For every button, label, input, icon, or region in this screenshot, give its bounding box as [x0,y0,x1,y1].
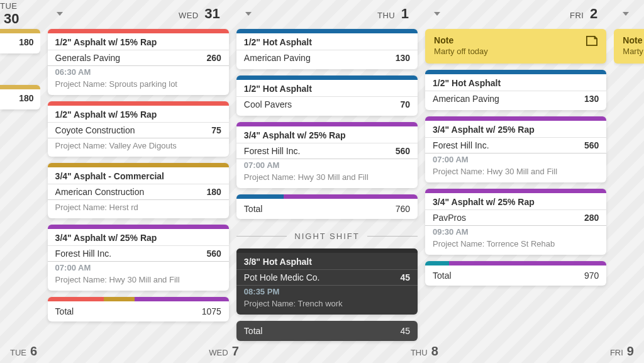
day-number: 1 [401,6,409,21]
job-product: 1/2" Hot Asphalt [236,33,418,50]
note-icon [585,35,599,47]
note-body: Marty o [623,47,641,56]
total-label: Total [244,204,263,214]
day-label: WED [179,11,199,20]
total-label: Total [244,326,263,336]
job-product: 3/4" Asphalt w/ 25% Rap [425,193,606,210]
job-card-partial[interactable]: 180 [0,85,40,109]
day-label: THU [377,11,395,20]
chevron-down-icon[interactable] [623,12,629,16]
job-card[interactable]: 3/4" Asphalt - Commercial American Const… [48,163,229,218]
day-column-sat: Note Marty o [614,0,644,363]
day-label: TUE [0,1,18,11]
note-title: Note [434,35,597,45]
night-total-card[interactable]: Total45 [236,321,418,341]
job-product: 1/2" Asphalt w/ 15% Rap [48,33,229,50]
shift-divider: NIGHT SHIFT [236,232,418,241]
job-product: 3/4" Asphalt w/ 25% Rap [236,126,418,143]
job-qty: 130 [584,94,599,104]
note-title: Note [623,35,641,45]
job-card[interactable]: 1/2" Asphalt w/ 15% Rap Generals Paving2… [48,29,229,95]
job-project: Project Name: Herst rd [48,200,229,218]
chevron-down-icon[interactable] [57,12,63,16]
job-company: Forest Hill Inc. [433,140,489,150]
job-card[interactable]: 1/2" Hot Asphalt American Paving130 [425,70,606,110]
job-product: 1/2" Asphalt w/ 15% Rap [48,106,229,123]
job-company: American Paving [433,94,499,104]
job-company: Generals Paving [55,53,121,63]
day-header[interactable]: WED 31 [48,0,229,28]
day-header[interactable]: FRI 2 [425,0,606,28]
job-card[interactable]: 3/4" Asphalt w/ 25% Rap Forest Hill Inc.… [236,122,418,188]
day-number: 30 [4,11,19,26]
job-qty: 560 [206,249,221,259]
total-label: Total [55,306,74,316]
job-time: 07:00 AM [425,154,606,164]
chevron-down-icon[interactable] [245,12,252,16]
job-qty: 180 [0,89,40,109]
job-project: Project Name: Hwy 30 Mill and Fill [425,164,606,182]
job-qty: 75 [211,125,221,135]
day-total-card[interactable]: Total760 [236,194,418,219]
job-product: 3/4" Asphalt w/ 25% Rap [425,121,606,138]
job-qty: 130 [396,53,410,63]
job-product: 1/2" Hot Asphalt [236,80,418,97]
day-total-card[interactable]: Total1075 [48,297,229,321]
note-card[interactable]: Note Marty o [614,29,644,64]
job-project: Project Name: Hwy 30 Mill and Fill [48,272,229,291]
day-column-tue: TUE 30 180 180 [0,0,40,363]
total-value: 970 [584,271,599,281]
job-time: 07:00 AM [48,262,229,272]
next-week-row: TUE6 WED7 THU8 FRI9 [0,339,644,363]
day-column-thu: THU 1 1/2" Hot Asphalt American Paving13… [236,0,418,363]
job-qty: 260 [206,53,221,63]
day-header[interactable]: THU 1 [236,0,418,28]
job-company: American Paving [244,53,311,63]
job-product: 1/2" Hot Asphalt [425,74,606,91]
note-card[interactable]: Note Marty off today [425,29,606,64]
job-card[interactable]: 3/4" Asphalt w/ 25% Rap Forest Hill Inc.… [425,116,606,182]
job-company: Cool Pavers [244,99,292,109]
day-header[interactable]: TUE 30 [0,0,40,28]
total-value: 760 [396,204,410,214]
job-company: Forest Hill Inc. [55,249,111,259]
day-header-mini[interactable]: TUE6 [10,344,37,359]
day-column-wed: WED 31 1/2" Asphalt w/ 15% Rap Generals … [48,0,229,363]
day-header[interactable] [614,0,644,28]
day-header-mini[interactable]: THU8 [411,344,438,359]
note-body: Marty off today [434,47,597,56]
job-product: 3/8" Hot Asphalt [236,253,418,270]
day-number: 2 [590,6,597,21]
job-company: Coyote Construction [55,125,135,135]
job-product: 3/4" Asphalt w/ 25% Rap [48,229,229,246]
job-qty: 560 [396,146,410,156]
job-company: American Construction [55,187,145,197]
schedule-board: TUE 30 180 180 WED 31 1/2" Asphalt w/ 15… [0,0,644,363]
job-card[interactable]: 1/2" Asphalt w/ 15% Rap Coyote Construct… [48,101,229,157]
job-time: 07:00 AM [236,159,418,170]
day-header-mini[interactable]: FRI9 [610,344,634,359]
chevron-down-icon[interactable] [434,12,440,16]
job-card[interactable]: 1/2" Hot Asphalt American Paving130 [236,29,418,69]
day-label: FRI [570,11,584,20]
total-value: 45 [401,326,411,336]
job-card[interactable]: 3/4" Asphalt w/ 25% Rap Forest Hill Inc.… [48,225,229,291]
job-card-night[interactable]: 3/8" Hot Asphalt Pot Hole Medic Co.45 08… [236,249,418,315]
day-column-fri: FRI 2 Note Marty off today 1/2" Hot Asph… [425,0,606,363]
job-company: Forest Hill Inc. [244,146,300,156]
job-qty: 180 [206,187,221,197]
job-project: Project Name: Sprouts parking lot [48,77,229,95]
total-label: Total [433,271,452,281]
day-header-mini[interactable]: WED7 [209,344,238,359]
job-card[interactable]: 1/2" Hot Asphalt Cool Pavers70 [236,75,418,116]
job-product: 3/4" Asphalt - Commercial [48,167,229,184]
job-qty: 560 [584,140,599,150]
day-number: 31 [204,6,219,21]
day-total-card[interactable]: Total970 [425,261,606,286]
job-qty: 280 [584,213,599,223]
job-qty: 70 [401,99,411,109]
job-project: Project Name: Valley Ave Digouts [48,138,229,157]
job-project: Project Name: Trench work [236,296,418,315]
job-card-partial[interactable]: 180 [0,29,40,53]
job-card[interactable]: 3/4" Asphalt w/ 25% Rap PavPros280 09:30… [425,189,606,255]
